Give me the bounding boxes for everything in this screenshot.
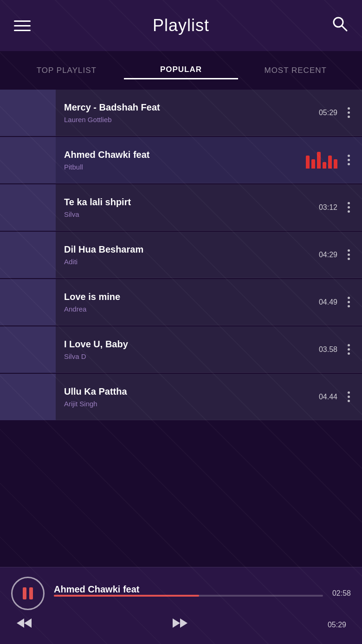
song-title: Ahmed Chawki feat — [64, 150, 306, 160]
tab-most-recent[interactable]: MOST RECENT — [238, 66, 353, 79]
song-thumbnail — [0, 374, 56, 420]
song-more-button[interactable] — [345, 153, 353, 167]
song-artist: Lauren Gottlieb — [64, 116, 315, 124]
song-duration: 03.58 — [315, 345, 337, 354]
song-title: I Love U, Baby — [64, 339, 315, 350]
song-more-button[interactable] — [345, 342, 353, 357]
song-more-button[interactable] — [345, 105, 353, 120]
rewind-button[interactable] — [16, 617, 32, 633]
player-top: Ahmed Chawki feat 02:58 — [11, 577, 351, 610]
song-right: 04.44 — [315, 390, 353, 404]
progress-bar[interactable] — [54, 595, 323, 597]
player-title: Ahmed Chawki feat — [54, 584, 323, 595]
song-info: Ullu Ka Pattha Arijit Singh — [64, 386, 315, 408]
song-right: 05:29 — [315, 105, 353, 120]
song-thumbnail — [0, 279, 56, 325]
song-info: Love is mine Andrea — [64, 292, 315, 313]
song-info: Ahmed Chawki feat Pitbull — [64, 150, 306, 171]
pause-icon — [23, 587, 33, 599]
song-duration: 04.44 — [315, 393, 337, 401]
player-controls: 05:29 — [11, 617, 351, 633]
song-duration: 05:29 — [315, 109, 337, 117]
player-info: Ahmed Chawki feat — [54, 584, 323, 603]
list-item[interactable]: Ahmed Chawki feat Pitbull — [0, 137, 362, 183]
song-title: Ullu Ka Pattha — [64, 386, 315, 397]
player-total-time: 05:29 — [328, 621, 346, 629]
svg-line-1 — [342, 26, 347, 31]
list-item[interactable]: Dil Hua Besharam Aditi 04:29 — [0, 232, 362, 278]
svg-marker-4 — [173, 618, 180, 628]
song-title: Mercy - Badshah Feat — [64, 102, 315, 113]
progress-fill — [54, 595, 199, 597]
song-title: Love is mine — [64, 292, 315, 302]
song-thumbnail — [0, 137, 56, 183]
song-artist: Aditi — [64, 258, 315, 266]
svg-marker-3 — [24, 618, 32, 628]
player-current-time: 02:58 — [332, 589, 351, 598]
song-list: Mercy - Badshah Feat Lauren Gottlieb 05:… — [0, 90, 362, 420]
song-right: 03.58 — [315, 342, 353, 357]
song-info: I Love U, Baby Silva D — [64, 339, 315, 360]
song-info: Mercy - Badshah Feat Lauren Gottlieb — [64, 102, 315, 124]
song-artist: Pitbull — [64, 163, 306, 171]
search-icon[interactable] — [331, 15, 348, 36]
tabs-bar: TOP PLAYLIST POPULAR MOST RECENT — [0, 51, 362, 89]
fast-forward-button[interactable] — [172, 617, 188, 633]
song-title: Dil Hua Besharam — [64, 244, 315, 255]
list-item[interactable]: Love is mine Andrea 04.49 — [0, 279, 362, 325]
tab-popular[interactable]: POPULAR — [124, 65, 239, 79]
bottom-player: Ahmed Chawki feat 02:58 05:29 — [0, 567, 362, 644]
song-right: 04.49 — [315, 295, 353, 309]
song-right: 04:29 — [315, 247, 353, 262]
list-item[interactable]: Te ka lali shpirt Silva 03:12 — [0, 184, 362, 231]
page-title: Playlist — [153, 16, 209, 35]
song-duration: 04.49 — [315, 298, 337, 306]
header: Playlist — [0, 0, 362, 51]
song-duration: 03:12 — [315, 203, 337, 212]
list-item[interactable]: I Love U, Baby Silva D 03.58 — [0, 326, 362, 373]
song-thumbnail — [0, 326, 56, 373]
song-thumbnail — [0, 232, 56, 278]
list-item[interactable]: Mercy - Badshah Feat Lauren Gottlieb 05:… — [0, 90, 362, 136]
song-info: Te ka lali shpirt Silva — [64, 197, 315, 218]
tab-top-playlist[interactable]: TOP PLAYLIST — [9, 66, 124, 79]
song-artist: Arijit Singh — [64, 400, 315, 408]
svg-marker-5 — [180, 618, 187, 628]
pause-button[interactable] — [11, 577, 45, 610]
song-duration: 04:29 — [315, 251, 337, 259]
svg-marker-2 — [17, 618, 24, 628]
song-more-button[interactable] — [345, 295, 353, 309]
song-artist: Silva D — [64, 352, 315, 360]
song-artist: Andrea — [64, 305, 315, 313]
song-more-button[interactable] — [345, 247, 353, 262]
song-more-button[interactable] — [345, 200, 353, 215]
song-info: Dil Hua Besharam Aditi — [64, 244, 315, 266]
equalizer — [306, 152, 337, 169]
song-title: Te ka lali shpirt — [64, 197, 315, 208]
song-artist: Silva — [64, 210, 315, 218]
song-right — [306, 152, 353, 169]
song-more-button[interactable] — [345, 390, 353, 404]
song-thumbnail — [0, 184, 56, 231]
menu-button[interactable] — [14, 20, 31, 31]
list-item[interactable]: Ullu Ka Pattha Arijit Singh 04.44 — [0, 374, 362, 420]
song-right: 03:12 — [315, 200, 353, 215]
song-thumbnail — [0, 90, 56, 136]
